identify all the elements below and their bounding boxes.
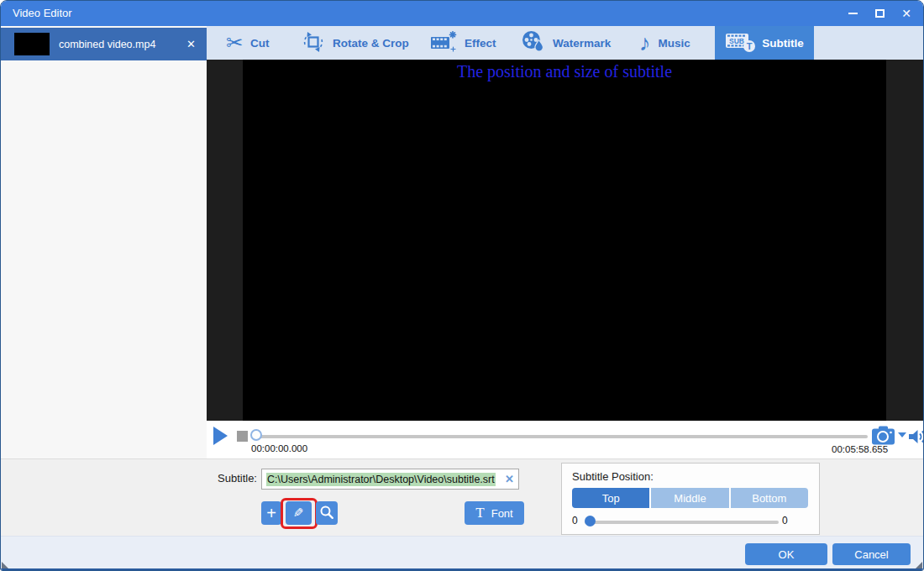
tab-effect[interactable]: Effect [431,26,496,60]
subtitle-position-panel: Subtitle Position: Top Middle Bottom 0 0 [561,463,820,535]
subtitle-position-label: Subtitle Position: [572,470,654,483]
plus-icon: + [266,504,276,523]
tab-label: Rotate & Crop [333,37,409,50]
svg-text:SUB: SUB [729,36,744,45]
pencil-icon: ✎ [293,506,304,521]
volume-icon[interactable] [908,428,924,448]
slider-handle[interactable] [585,516,596,526]
close-icon: ✕ [901,7,911,20]
tab-subtitle[interactable]: SUB T Subtitle [715,26,814,60]
tab-cut[interactable]: ✂ Cut [226,26,270,60]
maximize-icon [875,9,885,18]
remove-file-icon[interactable]: ✕ [186,38,196,50]
seek-slider-track[interactable] [257,435,868,438]
video-thumbnail [14,33,50,55]
subtitle-path-value: C:\Users\Administrator\Desktop\Video\sub… [266,473,496,486]
window-bottom-border [1,568,923,570]
font-button[interactable]: T Font [465,501,524,525]
scissors-icon: ✂ [226,33,243,53]
slider-track[interactable] [585,521,779,524]
position-middle-button[interactable]: Middle [651,488,728,508]
subtitle-path-input[interactable]: C:\Users\Administrator\Desktop\Video\sub… [261,469,519,490]
file-list-sidebar: combined video.mp4 ✕ [1,26,207,458]
film-sparkle-icon [431,31,457,55]
resize-grip-left[interactable] [2,562,8,568]
preview-area: The position and size of subtitle [207,60,924,421]
subtitle-settings-panel: Subtitle: C:\Users\Administrator\Desktop… [1,458,924,536]
editor-tab-bar: ✂ Cut Rotate & Crop [207,26,924,60]
clear-path-icon[interactable]: ✕ [505,473,514,485]
position-top-button[interactable]: Top [572,488,649,508]
position-bottom-button[interactable]: Bottom [731,488,808,508]
tab-label: Subtitle [762,37,804,50]
subtitle-overlay-text: The position and size of subtitle [457,62,672,81]
window-title: Video Editor [13,1,72,26]
tab-rotate-crop[interactable]: Rotate & Crop [302,26,409,60]
music-note-icon: ♪ [639,32,651,55]
subtitle-sub-t-icon: SUB T [725,31,756,55]
close-button[interactable]: ✕ [893,1,920,26]
ok-button[interactable]: OK [745,543,827,565]
tab-label: Watermark [553,37,611,50]
rotate-crop-icon [302,30,325,56]
tab-watermark[interactable]: Watermark [522,26,611,60]
cancel-button[interactable]: Cancel [832,543,911,565]
dialog-footer: OK Cancel [1,536,924,571]
play-button[interactable] [213,427,228,445]
svg-text:T: T [747,40,753,50]
maximize-button[interactable] [866,1,893,26]
title-bar[interactable]: Video Editor ✕ [1,1,923,26]
position-segment-group: Top Middle Bottom [572,488,808,508]
tab-label: Effect [465,37,496,50]
file-list-item[interactable]: combined video.mp4 ✕ [1,28,207,60]
playback-bar: 00:00:00.000 00:05:58.655 [207,421,924,458]
slider-max-label: 0 [782,515,788,526]
seek-slider-handle[interactable] [250,429,262,441]
window-controls: ✕ [839,1,920,26]
minimize-button[interactable] [839,1,866,26]
tab-label: Music [659,37,690,50]
stop-button[interactable] [237,431,248,442]
tab-music[interactable]: ♪ Music [639,26,690,60]
video-editor-window: Video Editor ✕ combined video.mp4 ✕ ✂ Cu… [0,0,924,571]
search-subtitle-button[interactable] [316,501,338,525]
tab-label: Cut [250,37,270,50]
magnifier-icon [319,505,334,522]
subtitle-field-label: Subtitle: [218,472,257,485]
file-name-label: combined video.mp4 [59,39,186,50]
video-canvas[interactable]: The position and size of subtitle [243,60,886,421]
film-reel-drop-icon [522,30,545,55]
current-time-label: 00:00:00.000 [251,443,307,453]
font-t-icon: T [475,505,484,521]
font-button-label: Font [491,507,513,520]
resize-grip-right[interactable] [916,562,922,568]
minimize-icon [848,13,858,14]
add-subtitle-button[interactable]: + [261,501,281,525]
snapshot-camera-icon[interactable] [871,424,896,450]
position-offset-slider: 0 0 [562,514,821,531]
slider-min-label: 0 [572,515,578,526]
edit-subtitle-button[interactable]: ✎ [286,501,312,525]
snapshot-dropdown-icon[interactable] [898,432,906,437]
